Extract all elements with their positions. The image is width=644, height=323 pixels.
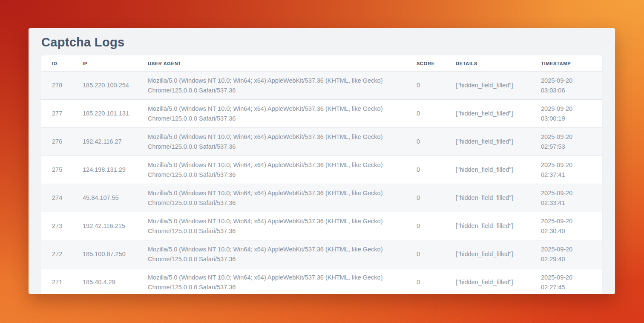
log-score: 0 bbox=[406, 72, 445, 100]
log-timestamp: 2025-09-20 02:33:41 bbox=[530, 184, 602, 212]
table-row: 277 185.220.101.131 Mozilla/5.0 (Windows… bbox=[41, 100, 602, 128]
log-timestamp: 2025-09-20 02:29:40 bbox=[530, 240, 602, 268]
log-score: 0 bbox=[406, 184, 445, 212]
log-ip: 45.84.107.55 bbox=[72, 184, 137, 212]
log-id: 271 bbox=[41, 268, 72, 294]
logs-table-container: ID IP USER AGENT SCORE DETAILS TIMESTAMP… bbox=[41, 55, 602, 294]
log-ip: 192.42.116.215 bbox=[72, 212, 137, 240]
log-id: 275 bbox=[41, 156, 72, 184]
log-ip: 185.40.4.29 bbox=[72, 268, 137, 294]
log-ip: 124.198.131.29 bbox=[72, 156, 137, 184]
log-details: ["hidden_field_filled"] bbox=[445, 128, 530, 156]
log-ip: 192.42.116.27 bbox=[72, 128, 137, 156]
column-header-score: SCORE bbox=[406, 55, 445, 72]
log-score: 0 bbox=[406, 212, 445, 240]
log-user-agent: Mozilla/5.0 (Windows NT 10.0; Win64; x64… bbox=[137, 240, 406, 268]
log-details: ["hidden_field_filled"] bbox=[445, 268, 530, 294]
log-id: 277 bbox=[41, 100, 72, 128]
log-user-agent: Mozilla/5.0 (Windows NT 10.0; Win64; x64… bbox=[137, 184, 406, 212]
log-user-agent: Mozilla/5.0 (Windows NT 10.0; Win64; x64… bbox=[137, 156, 406, 184]
log-details: ["hidden_field_filled"] bbox=[445, 100, 530, 128]
table-row: 272 185.100.87.250 Mozilla/5.0 (Windows … bbox=[41, 240, 602, 268]
log-id: 273 bbox=[41, 212, 72, 240]
log-user-agent: Mozilla/5.0 (Windows NT 10.0; Win64; x64… bbox=[137, 268, 406, 294]
table-row: 278 185.220.100.254 Mozilla/5.0 (Windows… bbox=[41, 72, 602, 100]
log-id: 278 bbox=[41, 72, 72, 100]
log-details: ["hidden_field_filled"] bbox=[445, 184, 530, 212]
column-header-ip: IP bbox=[72, 55, 137, 72]
log-score: 0 bbox=[406, 240, 445, 268]
column-header-id: ID bbox=[41, 55, 72, 72]
log-ip: 185.220.101.131 bbox=[72, 100, 137, 128]
log-score: 0 bbox=[406, 128, 445, 156]
log-user-agent: Mozilla/5.0 (Windows NT 10.0; Win64; x64… bbox=[137, 128, 406, 156]
log-details: ["hidden_field_filled"] bbox=[445, 240, 530, 268]
page-title: Captcha Logs bbox=[41, 35, 602, 49]
log-id: 276 bbox=[41, 128, 72, 156]
column-header-user-agent: USER AGENT bbox=[137, 55, 406, 72]
log-user-agent: Mozilla/5.0 (Windows NT 10.0; Win64; x64… bbox=[137, 72, 406, 100]
log-user-agent: Mozilla/5.0 (Windows NT 10.0; Win64; x64… bbox=[137, 212, 406, 240]
log-details: ["hidden_field_filled"] bbox=[445, 72, 530, 100]
log-timestamp: 2025-09-20 02:37:41 bbox=[530, 156, 602, 184]
log-score: 0 bbox=[406, 156, 445, 184]
log-score: 0 bbox=[406, 100, 445, 128]
logs-table: ID IP USER AGENT SCORE DETAILS TIMESTAMP… bbox=[41, 55, 602, 294]
table-header-row: ID IP USER AGENT SCORE DETAILS TIMESTAMP bbox=[41, 55, 602, 72]
log-timestamp: 2025-09-20 02:30:40 bbox=[530, 212, 602, 240]
log-id: 272 bbox=[41, 240, 72, 268]
log-timestamp: 2025-09-20 03:00:19 bbox=[530, 100, 602, 128]
column-header-timestamp: TIMESTAMP bbox=[530, 55, 602, 72]
log-details: ["hidden_field_filled"] bbox=[445, 156, 530, 184]
table-row: 274 45.84.107.55 Mozilla/5.0 (Windows NT… bbox=[41, 184, 602, 212]
table-row: 276 192.42.116.27 Mozilla/5.0 (Windows N… bbox=[41, 128, 602, 156]
table-row: 271 185.40.4.29 Mozilla/5.0 (Windows NT … bbox=[41, 268, 602, 294]
table-row: 275 124.198.131.29 Mozilla/5.0 (Windows … bbox=[41, 156, 602, 184]
log-timestamp: 2025-09-20 02:57:53 bbox=[530, 128, 602, 156]
table-row: 273 192.42.116.215 Mozilla/5.0 (Windows … bbox=[41, 212, 602, 240]
log-details: ["hidden_field_filled"] bbox=[445, 212, 530, 240]
log-user-agent: Mozilla/5.0 (Windows NT 10.0; Win64; x64… bbox=[137, 100, 406, 128]
log-timestamp: 2025-09-20 02:27:45 bbox=[530, 268, 602, 294]
log-timestamp: 2025-09-20 03:03:06 bbox=[530, 72, 602, 100]
log-id: 274 bbox=[41, 184, 72, 212]
log-score: 0 bbox=[406, 268, 445, 294]
log-ip: 185.220.100.254 bbox=[72, 72, 137, 100]
column-header-details: DETAILS bbox=[445, 55, 530, 72]
captcha-logs-card: Captcha Logs ID IP USER AGENT SCORE DETA… bbox=[29, 28, 615, 294]
log-ip: 185.100.87.250 bbox=[72, 240, 137, 268]
